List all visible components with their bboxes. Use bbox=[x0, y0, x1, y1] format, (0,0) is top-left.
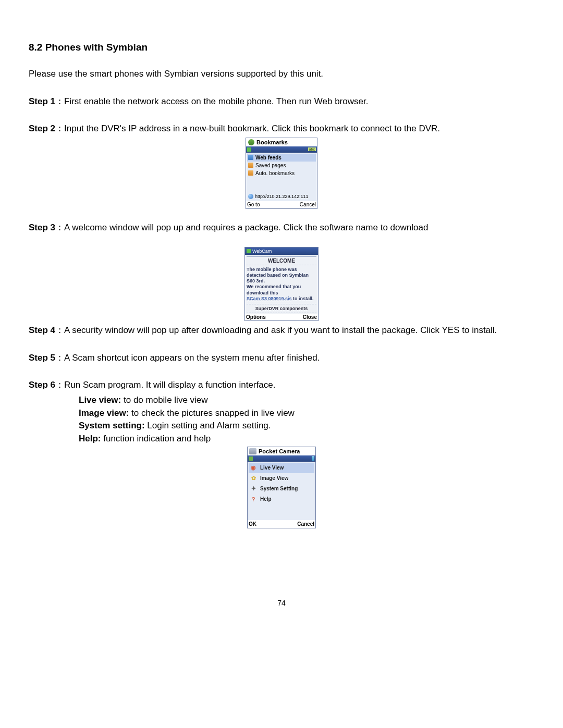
msg-line: S60 3rd. bbox=[247, 278, 265, 283]
bookmark-item-web-feeds[interactable]: Web feeds bbox=[247, 154, 316, 162]
detail-image-view: Image view: to check the pictures snappe… bbox=[79, 407, 534, 420]
bookmark-item-saved-pages[interactable]: Saved pages bbox=[247, 162, 316, 169]
step-text: Run Scam program. It will display a func… bbox=[64, 380, 275, 390]
msg-line: The mobile phone was bbox=[247, 267, 297, 272]
detail-text: function indication and help bbox=[101, 434, 211, 443]
screenshot-pocket-camera: Pocket Camera ◉ Live View ✿ Image View ✦… bbox=[247, 447, 316, 528]
detail-label: Help: bbox=[79, 434, 101, 443]
battery-icon bbox=[312, 456, 314, 461]
msg-line: We recommend that you bbox=[247, 284, 301, 289]
status-bar bbox=[248, 455, 315, 462]
softkey-bar: Go to Cancel bbox=[246, 201, 317, 208]
step-label: Step 3 bbox=[29, 223, 55, 232]
screenshot-bookmarks: Bookmarks abc Web feeds Saved pages Auto… bbox=[246, 138, 317, 209]
bookmarks-list: Web feeds Saved pages Auto. bookmarks ht… bbox=[246, 153, 317, 201]
signal-icon bbox=[249, 456, 253, 461]
screenshot-welcome: WebCam WELCOME The mobile phone was dete… bbox=[244, 247, 319, 322]
detail-text: Login setting and Alarm setting. bbox=[145, 421, 271, 430]
bookmark-label: Web feeds bbox=[255, 155, 282, 161]
menu-item-image-view[interactable]: ✿ Image View bbox=[249, 473, 314, 484]
softkey-right[interactable]: Cancel bbox=[300, 202, 316, 207]
folder-icon bbox=[248, 163, 253, 168]
menu-label: System Setting bbox=[260, 486, 298, 491]
step-label: Step 6 bbox=[29, 380, 55, 390]
url-input-row[interactable]: http://210.21.229.142:111 bbox=[247, 193, 316, 200]
bookmark-label: Auto. bookmarks bbox=[255, 170, 295, 176]
softkey-bar: Options Close bbox=[245, 314, 318, 320]
softkey-right[interactable]: Close bbox=[303, 314, 317, 320]
menu-item-live-view[interactable]: ◉ Live View bbox=[249, 463, 314, 473]
folder-icon bbox=[248, 170, 253, 176]
live-view-icon: ◉ bbox=[250, 464, 257, 472]
folder-icon bbox=[248, 155, 253, 160]
step-6-details: Live view: to do mobile live view Image … bbox=[79, 394, 534, 446]
detail-live-view: Live view: to do mobile live view bbox=[79, 394, 534, 407]
manual-page: 8.2 Phones with Symbian Please use the s… bbox=[0, 0, 563, 728]
step-text: Input the DVR's IP address in a new-buil… bbox=[64, 124, 440, 133]
step-label: Step 4 bbox=[29, 325, 55, 335]
step-text: First enable the network access on the m… bbox=[64, 96, 368, 106]
signal-icon bbox=[247, 147, 251, 152]
msg-tail: to install. bbox=[292, 296, 314, 301]
msg-line: detected based on Symbian bbox=[247, 273, 309, 278]
page-number: 74 bbox=[0, 599, 563, 607]
image-view-icon: ✿ bbox=[250, 475, 257, 482]
menu-item-system-setting[interactable]: ✦ System Setting bbox=[249, 484, 314, 494]
detail-label: System setting: bbox=[79, 421, 145, 430]
settings-icon: ✦ bbox=[250, 485, 257, 492]
bookmarks-titlebar: Bookmarks bbox=[246, 138, 317, 146]
detail-label: Image view: bbox=[79, 408, 129, 418]
step-1: Step 1：First enable the network access o… bbox=[29, 95, 534, 108]
globe-icon bbox=[248, 139, 254, 145]
menu-item-help[interactable]: ? Help bbox=[249, 494, 314, 504]
step-separator: ： bbox=[55, 380, 64, 390]
camera-icon bbox=[249, 448, 256, 454]
menu-label: Help bbox=[260, 496, 272, 502]
signal-icon bbox=[247, 249, 251, 253]
world-icon bbox=[248, 194, 253, 199]
status-bar: abc bbox=[246, 146, 317, 153]
help-icon: ? bbox=[250, 496, 257, 503]
step-label: Step 2 bbox=[29, 124, 55, 133]
softkey-left[interactable]: OK bbox=[249, 521, 256, 527]
step-separator: ： bbox=[55, 353, 64, 363]
url-text: http://210.21.229.142:111 bbox=[255, 194, 309, 199]
step-label: Step 1 bbox=[29, 96, 55, 106]
step-separator: ： bbox=[55, 96, 64, 106]
step-text: A welcome window will pop up and require… bbox=[64, 223, 428, 232]
bookmark-label: Saved pages bbox=[255, 163, 286, 168]
step-6: Step 6：Run Scam program. It will display… bbox=[29, 379, 534, 392]
softkey-left[interactable]: Go to bbox=[247, 202, 260, 207]
input-mode-indicator: abc bbox=[308, 147, 316, 151]
step-text: A security window will pop up after down… bbox=[64, 325, 497, 335]
welcome-title: WELCOME bbox=[247, 256, 316, 265]
welcome-body: WELCOME The mobile phone was detected ba… bbox=[245, 255, 318, 314]
step-2: Step 2：Input the DVR's IP address in a n… bbox=[29, 122, 534, 135]
detail-system-setting: System setting: Login setting and Alarm … bbox=[79, 419, 534, 433]
section-title: 8.2 Phones with Symbian bbox=[29, 42, 534, 53]
components-heading: SuperDVR components bbox=[247, 304, 316, 313]
download-link[interactable]: SCam S3 080919.sis bbox=[247, 296, 292, 301]
welcome-header: WebCam bbox=[245, 248, 318, 255]
step-separator: ： bbox=[55, 325, 64, 335]
menu-label: Live View bbox=[260, 465, 284, 471]
detail-text: to do mobile live view bbox=[121, 395, 207, 405]
pocket-title: Pocket Camera bbox=[259, 448, 300, 454]
softkey-left[interactable]: Options bbox=[246, 314, 266, 320]
step-5: Step 5：A Scam shortcut icon appears on t… bbox=[29, 352, 534, 365]
step-separator: ： bbox=[55, 223, 64, 232]
softkey-right[interactable]: Cancel bbox=[297, 521, 314, 527]
step-label: Step 5 bbox=[29, 353, 55, 363]
step-text: A Scam shortcut icon appears on the syst… bbox=[64, 353, 320, 363]
detail-text: to check the pictures snapped in live vi… bbox=[129, 408, 295, 418]
menu-label: Image View bbox=[260, 475, 288, 481]
pocket-titlebar: Pocket Camera bbox=[248, 447, 315, 455]
app-name: WebCam bbox=[252, 249, 272, 254]
bookmark-item-auto[interactable]: Auto. bookmarks bbox=[247, 169, 316, 177]
bookmarks-title: Bookmarks bbox=[256, 139, 288, 145]
pocket-menu: ◉ Live View ✿ Image View ✦ System Settin… bbox=[248, 462, 315, 520]
step-separator: ： bbox=[55, 124, 64, 133]
detail-help: Help: function indication and help bbox=[79, 433, 534, 446]
intro-paragraph: Please use the smart phones with Symbian… bbox=[29, 68, 534, 81]
softkey-bar: OK Cancel bbox=[248, 520, 315, 528]
